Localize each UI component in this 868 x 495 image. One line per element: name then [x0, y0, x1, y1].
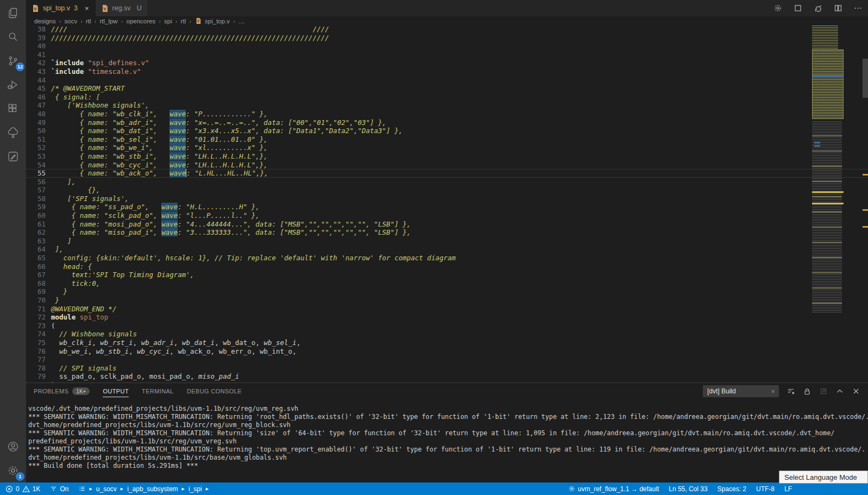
- code-line[interactable]: 49 { name: "wb_adr_i", wave: "x=..=..=..…: [26, 118, 868, 127]
- problems-status[interactable]: 0 1K: [5, 485, 40, 493]
- line-number[interactable]: 75: [26, 339, 46, 347]
- close-panel-icon[interactable]: [852, 387, 860, 396]
- code-line[interactable]: 61 { name: "mosi_pad_o", wave: "4...4444…: [26, 220, 868, 229]
- code-line[interactable]: 54 { name: "wb_cyc_i", wave: "LH.L..H.L.…: [26, 161, 868, 170]
- line-number[interactable]: 64: [26, 245, 46, 254]
- line-number[interactable]: 53: [26, 152, 46, 161]
- line-number[interactable]: 67: [26, 271, 46, 279]
- code-line[interactable]: 38//// ////: [26, 26, 868, 34]
- sync-icon[interactable]: [814, 4, 822, 12]
- code-line[interactable]: 71@WAVEDROM_END */: [26, 305, 868, 314]
- line-number[interactable]: 48: [26, 110, 46, 118]
- line-number[interactable]: 39: [26, 34, 46, 42]
- line-number[interactable]: 52: [26, 143, 46, 152]
- line-number[interactable]: 66: [26, 262, 46, 271]
- line-number[interactable]: 43: [26, 67, 46, 76]
- line-number[interactable]: 70: [26, 296, 46, 305]
- line-number[interactable]: 69: [26, 287, 46, 296]
- code-line[interactable]: 75 wb_clk_i, wb_rst_i, wb_adr_i, wb_dat_…: [26, 339, 868, 347]
- editor-scrollbar[interactable]: [863, 26, 868, 383]
- encoding[interactable]: UTF-8: [756, 485, 775, 493]
- line-number[interactable]: 61: [26, 220, 46, 229]
- code-line[interactable]: 58 ['SPI signals',: [26, 195, 868, 203]
- tab-reg-sv[interactable]: V reg.sv U: [96, 0, 148, 16]
- code-line[interactable]: 46 { signal: [: [26, 93, 868, 102]
- gear-icon[interactable]: [773, 4, 782, 12]
- tab-output[interactable]: OUTPUT: [103, 386, 129, 397]
- code-line[interactable]: 41: [26, 51, 868, 59]
- line-number[interactable]: 47: [26, 101, 46, 110]
- code-line[interactable]: 56 ],: [26, 178, 868, 186]
- sidebar-item-source-control[interactable]: 12: [0, 49, 26, 73]
- cursor-position[interactable]: Ln 55, Col 33: [669, 485, 707, 493]
- line-number[interactable]: 51: [26, 135, 46, 144]
- split-editor-icon[interactable]: [834, 4, 842, 12]
- code-line[interactable]: 76 wb_we_i, wb_stb_i, wb_cyc_i, wb_ack_o…: [26, 347, 868, 356]
- code-line[interactable]: 57 {},: [26, 186, 868, 195]
- line-number[interactable]: 56: [26, 178, 46, 186]
- sidebar-item-search[interactable]: [0, 25, 26, 49]
- breadcrumb-item[interactable]: designs: [34, 18, 56, 24]
- line-number[interactable]: 55: [26, 169, 46, 178]
- line-number[interactable]: 44: [26, 76, 46, 85]
- indentation[interactable]: Spaces: 2: [718, 485, 746, 493]
- close-icon[interactable]: ×: [85, 4, 89, 12]
- code-line[interactable]: 66 head: {: [26, 262, 868, 271]
- code-line[interactable]: 72module spi_top: [26, 313, 868, 322]
- lock-icon[interactable]: [803, 387, 812, 396]
- output-channel-select[interactable]: [dvt] Build ˅: [703, 385, 779, 397]
- settings-button[interactable]: 1: [0, 459, 26, 483]
- line-number[interactable]: 42: [26, 59, 46, 67]
- breadcrumb-item[interactable]: opencores: [127, 18, 156, 24]
- code-line[interactable]: 65 config: {skin:'default', hscale: 1}, …: [26, 254, 868, 262]
- code-line[interactable]: 74 // Wishbone signals: [26, 330, 868, 339]
- code-line[interactable]: 67 text:'SPI Top Timing Diagram',: [26, 271, 868, 279]
- code-line[interactable]: 70 }: [26, 296, 868, 305]
- line-number[interactable]: 65: [26, 254, 46, 262]
- code-line[interactable]: 42`include "spi_defines.v": [26, 59, 868, 67]
- filter-toggle[interactable]: On: [50, 485, 68, 493]
- code-line[interactable]: 43`include "timescale.v": [26, 67, 868, 76]
- code-line[interactable]: 60 { name: "sclk_pad_o", wave: "l...P...…: [26, 211, 868, 220]
- line-number[interactable]: 58: [26, 195, 46, 203]
- line-number[interactable]: 50: [26, 127, 46, 135]
- line-number[interactable]: 73: [26, 322, 46, 330]
- line-number[interactable]: 68: [26, 279, 46, 288]
- code-line[interactable]: 44: [26, 76, 868, 85]
- sidebar-item-run-debug[interactable]: [0, 73, 26, 97]
- line-number[interactable]: 40: [26, 42, 46, 51]
- sidebar-item-dvt-editor[interactable]: [0, 145, 26, 168]
- more-actions-icon[interactable]: ⋯: [854, 3, 863, 13]
- line-number[interactable]: 45: [26, 84, 46, 93]
- line-number[interactable]: 38: [26, 26, 46, 34]
- sidebar-item-explorer[interactable]: [0, 1, 26, 25]
- breadcrumb-file[interactable]: spi_top.v: [205, 18, 230, 24]
- account-button[interactable]: [0, 435, 26, 459]
- line-number[interactable]: 78: [26, 364, 46, 373]
- line-number[interactable]: 72: [26, 313, 46, 322]
- code-line[interactable]: 79 ss_pad_o, sclk_pad_o, mosi_pad_o, mis…: [26, 372, 868, 381]
- tab-problems[interactable]: PROBLEMS 1K+: [34, 385, 90, 397]
- code-line[interactable]: 52 { name: "wb_we_i", wave: "xl.........…: [26, 143, 868, 152]
- line-number[interactable]: 60: [26, 211, 46, 220]
- code-line[interactable]: 78 // SPI signals: [26, 364, 868, 373]
- code-line[interactable]: 63 ]: [26, 237, 868, 246]
- code-line[interactable]: 51 { name: "wb_sel_i", wave: "01.01...01…: [26, 135, 868, 144]
- code-line[interactable]: 68 tick:0,: [26, 279, 868, 288]
- tab-spi-top[interactable]: V spi_top.v 3 ×: [26, 0, 96, 16]
- design-scope[interactable]: ▶ u_socv ▶ i_apb_subsystem ▶ i_spi ▶: [78, 485, 210, 493]
- line-number[interactable]: 74: [26, 330, 46, 339]
- line-number[interactable]: 41: [26, 51, 46, 59]
- code-line[interactable]: 73(: [26, 322, 868, 330]
- code-line[interactable]: 62 { name: "miso_pad_i", wave: "3...3333…: [26, 228, 868, 237]
- eol-indicator[interactable]: LF: [784, 485, 792, 493]
- breadcrumb-item[interactable]: socv: [64, 18, 77, 24]
- code-line[interactable]: 45/* @WAVEDROM_START: [26, 84, 868, 93]
- code-line[interactable]: 48 { name: "wb_clk_i", wave: "P.........…: [26, 110, 868, 118]
- code-line[interactable]: 53 { name: "wb_stb_i", wave: "LH.L..H.L.…: [26, 152, 868, 161]
- line-number[interactable]: 62: [26, 228, 46, 237]
- tab-debug-console[interactable]: DEBUG CONSOLE: [187, 386, 242, 397]
- line-number[interactable]: 46: [26, 93, 46, 102]
- output-log[interactable]: vscode/.dvt_home/predefined_projects/lib…: [28, 405, 868, 483]
- tab-terminal[interactable]: TERMINAL: [142, 386, 174, 397]
